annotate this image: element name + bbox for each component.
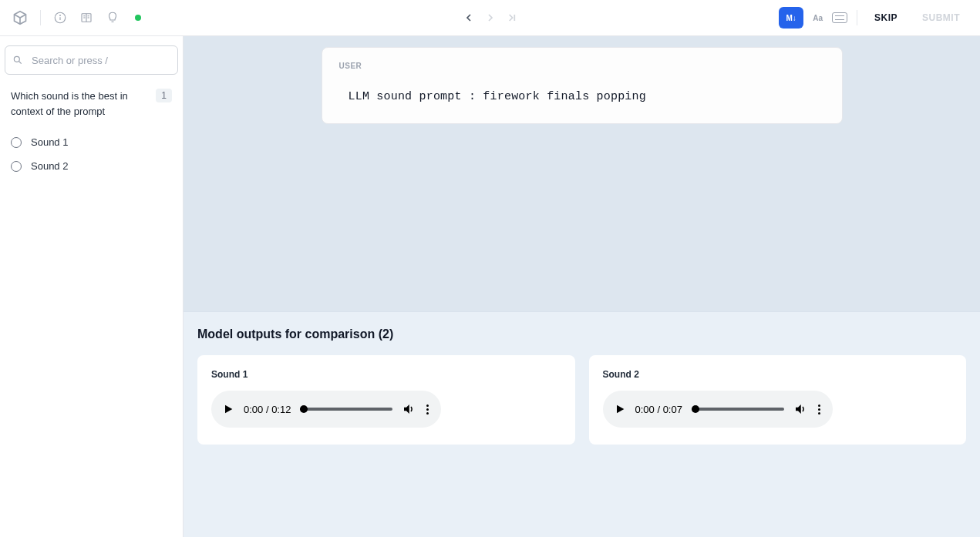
output-label: Sound 1: [211, 369, 561, 380]
outputs-area: Model outputs for comparison (2) Sound 1…: [184, 311, 980, 537]
book-icon[interactable]: [79, 11, 93, 25]
radio-option-sound1[interactable]: Sound 1: [5, 130, 178, 154]
keyboard-icon[interactable]: [832, 12, 847, 23]
question-badge: 1: [156, 89, 172, 102]
radio-label: Sound 1: [31, 136, 68, 148]
search-wrap: [5, 45, 178, 75]
sidebar: Which sound is the best in context of th…: [0, 36, 184, 537]
divider: [857, 10, 857, 25]
svg-point-2: [60, 15, 61, 16]
status-dot: [135, 15, 141, 21]
header-nav: [463, 12, 518, 24]
more-icon[interactable]: [817, 404, 822, 414]
svg-marker-14: [617, 405, 624, 414]
output-card-2: Sound 2 0:00 / 0:07: [589, 355, 967, 445]
next-arrow-icon[interactable]: [484, 12, 497, 24]
seek-bar[interactable]: [692, 408, 784, 411]
header-left: [12, 10, 141, 25]
outputs-title: Model outputs for comparison (2): [197, 327, 966, 341]
info-icon[interactable]: [53, 11, 67, 25]
volume-icon[interactable]: [402, 402, 416, 416]
play-icon[interactable]: [614, 403, 626, 415]
last-arrow-icon[interactable]: [506, 12, 518, 24]
prompt-area: USER LLM sound prompt : firework finals …: [184, 36, 980, 311]
submit-button[interactable]: SUBMIT: [914, 8, 968, 28]
text-style-button[interactable]: Aa: [813, 14, 823, 22]
output-card-1: Sound 1 0:00 / 0:12: [197, 355, 575, 445]
radio-label: Sound 2: [31, 160, 68, 172]
play-icon[interactable]: [222, 403, 234, 415]
svg-marker-13: [225, 405, 232, 414]
skip-button[interactable]: SKIP: [867, 8, 905, 28]
audio-player: 0:00 / 0:07: [603, 391, 833, 428]
bulb-icon[interactable]: [106, 11, 120, 25]
volume-icon[interactable]: [793, 402, 807, 416]
search-icon: [12, 55, 23, 65]
question-text: Which sound is the best in context of th…: [11, 89, 150, 119]
svg-line-12: [19, 62, 22, 64]
outputs-grid: Sound 1 0:00 / 0:12 Sound 2: [197, 355, 966, 445]
header-right: M↓ Aa SKIP SUBMIT: [779, 7, 968, 29]
header: M↓ Aa SKIP SUBMIT: [0, 0, 980, 36]
search-input[interactable]: [5, 45, 178, 75]
seek-bar[interactable]: [300, 408, 392, 411]
radio-circle-icon: [11, 161, 22, 172]
audio-time: 0:00 / 0:12: [244, 404, 291, 415]
body: Which sound is the best in context of th…: [0, 36, 980, 537]
audio-time: 0:00 / 0:07: [635, 404, 682, 415]
radio-option-sound2[interactable]: Sound 2: [5, 154, 178, 178]
output-label: Sound 2: [603, 369, 953, 380]
divider: [40, 10, 41, 25]
question-row: Which sound is the best in context of th…: [5, 89, 178, 130]
prompt-text: LLM sound prompt : firework finals poppi…: [349, 90, 825, 103]
markdown-toggle-button[interactable]: M↓: [779, 7, 803, 29]
more-icon[interactable]: [425, 404, 430, 414]
prompt-card: USER LLM sound prompt : firework finals …: [322, 47, 843, 124]
radio-circle-icon: [11, 137, 22, 148]
prev-arrow-icon[interactable]: [463, 12, 475, 24]
logo-icon: [12, 10, 28, 25]
svg-point-11: [14, 56, 19, 62]
prompt-role: USER: [339, 62, 825, 70]
main: USER LLM sound prompt : firework finals …: [184, 36, 980, 537]
audio-player: 0:00 / 0:12: [211, 391, 441, 428]
